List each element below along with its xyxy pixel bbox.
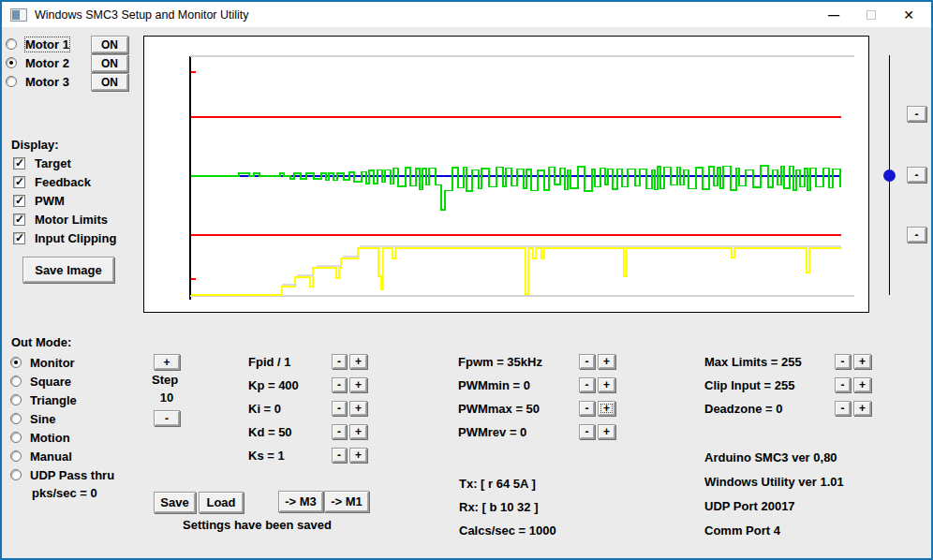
target-checkbox[interactable] [13,157,25,169]
tx-value: Tx: [ r 64 5A ] [459,477,536,491]
pwmmax-plus-button[interactable]: + [598,401,615,416]
triangle-radio[interactable] [10,394,22,405]
outmode-square-row: Square [10,374,71,389]
deadzone-value: Deadzone = 0 [704,402,782,416]
motion-radio[interactable] [10,432,22,443]
kd-minus-button[interactable]: - [332,424,347,439]
pwmmax-value: PWMmax = 50 [458,402,540,416]
display-pwm-row: PWM [13,193,65,208]
motor-limits-checkbox[interactable] [13,214,25,226]
step-plus-button[interactable]: + [154,354,180,370]
fpwm-plus-button[interactable]: + [598,354,615,369]
manual-label: Manual [30,449,72,464]
motion-label: Motion [30,431,70,445]
fpwm-minus-button[interactable]: - [579,354,595,369]
ks-minus-button[interactable]: - [332,448,347,463]
motor-3-row: Motor 3 [6,74,69,89]
center-minus-button[interactable]: - [907,167,926,183]
title-bar: Windows SMC3 Setup and Monitor Utility —… [2,2,931,27]
step-minus-button[interactable]: - [154,410,180,426]
motor-3-on-button[interactable]: ON [91,73,128,91]
ki-minus-button[interactable]: - [332,401,347,416]
motor-2-on-button[interactable]: ON [91,54,128,72]
clip-input-value: Clip Input = 255 [704,378,794,392]
upper-limit-minus-button[interactable]: - [907,106,926,122]
feedback-checkbox[interactable] [13,176,25,188]
motor-limits-label: Motor Limits [35,213,108,227]
pwm-label: PWM [35,194,65,208]
pwmrev-plus-button[interactable]: + [598,424,615,439]
deadzone-plus-button[interactable]: + [853,401,871,416]
max-limits-plus-button[interactable]: + [853,354,871,369]
input-clipping-checkbox[interactable] [13,232,25,244]
offset-slider-handle[interactable] [883,169,896,182]
step-value: 10 [152,391,182,405]
motor-2-label: Motor 2 [25,56,69,70]
save-image-button[interactable]: Save Image [22,257,114,283]
kp-value: Kp = 400 [248,378,299,392]
display-feedback-row: Feedback [13,174,91,189]
fpid-plus-button[interactable]: + [349,354,367,369]
pks-per-sec-value: pks/sec = 0 [32,486,97,500]
pwmmin-minus-button[interactable]: - [579,377,595,392]
max-limits-minus-button[interactable]: - [835,354,851,369]
pwmrev-minus-button[interactable]: - [579,424,595,439]
ks-value: Ks = 1 [248,449,285,463]
kp-plus-button[interactable]: + [349,377,367,392]
sine-label: Sine [30,412,55,426]
clip-input-minus-button[interactable]: - [835,377,851,392]
motor-1-on-button[interactable]: ON [91,36,128,53]
feedback-label: Feedback [35,175,91,189]
pwmmin-plus-button[interactable]: + [598,377,615,392]
motor-2-row: Motor 2 [6,55,69,70]
kp-minus-button[interactable]: - [332,377,347,392]
to-m3-button[interactable]: -> M3 [278,491,323,512]
kd-plus-button[interactable]: + [349,424,367,439]
manual-radio[interactable] [10,450,22,462]
motor-3-radio[interactable] [6,76,17,87]
pwm-checkbox[interactable] [13,195,25,207]
window-title: Windows SMC3 Setup and Monitor Utility [35,8,249,22]
close-button[interactable]: ✕ [890,2,927,27]
monitor-radio[interactable] [10,357,22,368]
calcs-per-sec-value: Calcs/sec = 1000 [459,523,556,538]
ks-plus-button[interactable]: + [349,448,367,463]
lower-limit-minus-button[interactable]: - [907,227,926,243]
deadzone-minus-button[interactable]: - [835,401,851,416]
motor-3-label: Motor 3 [25,75,69,89]
monitor-label: Monitor [30,356,75,370]
max-limits-value: Max Limits = 255 [704,355,802,369]
sine-radio[interactable] [10,413,22,424]
pwmmax-minus-button[interactable]: - [579,401,595,416]
clip-input-plus-button[interactable]: + [853,377,871,392]
square-radio[interactable] [10,376,22,387]
triangle-label: Triangle [30,393,77,407]
udp-pass-thru-radio[interactable] [10,469,22,480]
motor-1-radio[interactable] [6,38,17,50]
save-button[interactable]: Save [154,492,196,513]
udp-port: UDP Port 20017 [704,499,795,513]
outmode-triangle-row: Triangle [10,392,77,407]
out-mode-heading: Out Mode: [11,335,71,349]
arduino-version: Arduino SMC3 ver 0,80 [704,450,837,464]
comm-port: Comm Port 4 [704,523,780,538]
scope-chart [143,36,869,313]
minimize-button[interactable]: — [815,2,852,27]
settings-status: Settings have been saved [183,518,332,532]
display-heading: Display: [11,138,59,152]
load-button[interactable]: Load [199,492,244,513]
outmode-monitor-row: Monitor [10,355,75,370]
outmode-sine-row: Sine [10,411,55,426]
ki-plus-button[interactable]: + [349,401,367,416]
fpid-value: Fpid / 1 [248,355,291,369]
motor-1-row: Motor 1 [6,37,69,52]
square-label: Square [30,375,71,389]
fpid-minus-button[interactable]: - [332,354,347,369]
motor-2-radio[interactable] [6,57,17,68]
target-label: Target [35,156,71,170]
kd-value: Kd = 50 [248,425,292,439]
to-m1-button[interactable]: -> M1 [324,491,369,512]
fpwm-value: Fpwm = 35kHz [458,355,542,369]
display-motor-limits-row: Motor Limits [13,212,108,227]
scope-chart-svg [144,37,868,312]
